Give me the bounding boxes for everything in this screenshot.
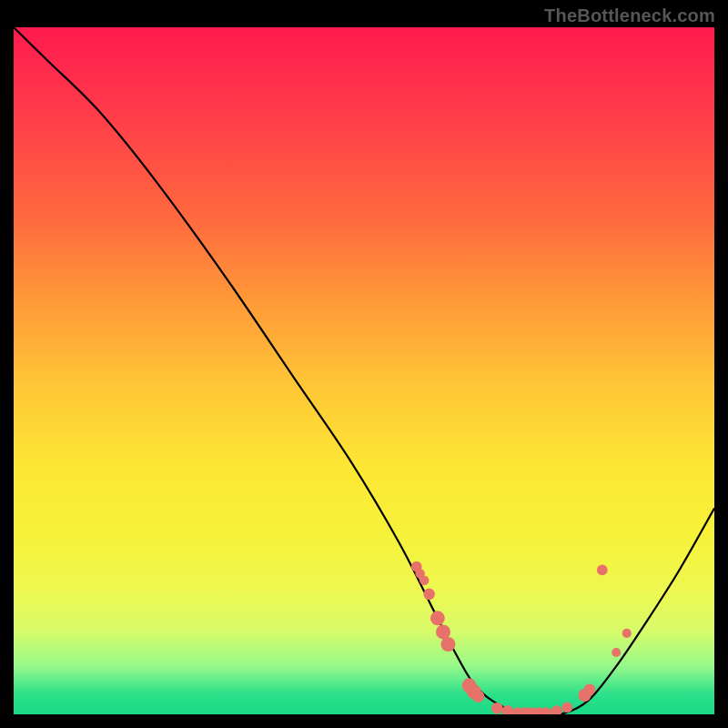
data-marker — [430, 611, 445, 625]
data-marker — [584, 684, 596, 696]
data-marker — [622, 629, 632, 638]
data-marker — [436, 624, 450, 639]
data-marker — [440, 637, 455, 652]
plot-area — [14, 27, 714, 714]
data-marker — [561, 703, 572, 713]
data-marker — [551, 705, 562, 714]
data-marker — [612, 648, 621, 657]
data-marker — [420, 576, 430, 586]
attribution-text: TheBottleneck.com — [544, 5, 715, 26]
bottleneck-curve — [14, 27, 714, 714]
chart-frame: TheBottleneck.com — [0, 0, 728, 728]
data-marker — [423, 589, 435, 601]
data-marker — [597, 565, 608, 576]
data-marker — [491, 703, 503, 714]
curve-layer — [14, 27, 714, 714]
data-marker — [472, 691, 484, 703]
